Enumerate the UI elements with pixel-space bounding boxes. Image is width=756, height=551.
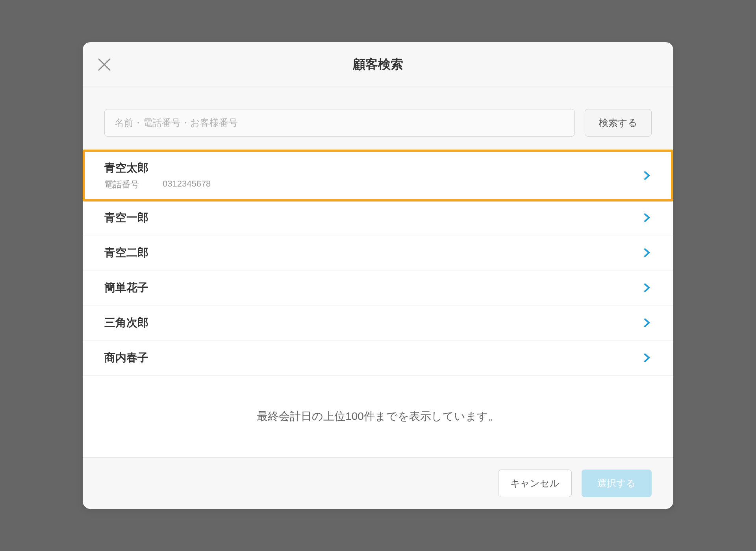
customer-name: 簡単花子: [104, 280, 148, 295]
chevron-right-icon: [642, 318, 652, 327]
customer-name: 三角次郎: [104, 315, 148, 330]
cancel-button[interactable]: キャンセル: [498, 470, 572, 497]
chevron-right-icon: [642, 248, 652, 257]
modal-title: 顧客検索: [353, 56, 403, 73]
close-icon[interactable]: [96, 57, 112, 72]
search-button[interactable]: 検索する: [585, 109, 652, 137]
customer-result-item[interactable]: 青空一郎: [83, 200, 673, 235]
info-message: 最終会計日の上位100件までを表示しています。: [83, 375, 673, 458]
phone-label: 電話番号: [104, 179, 139, 190]
result-content: 簡単花子: [104, 280, 148, 295]
modal-header: 顧客検索: [83, 42, 673, 87]
result-content: 商内春子: [104, 350, 148, 365]
modal-footer: キャンセル 選択する: [83, 458, 673, 509]
customer-result-item[interactable]: 簡単花子: [83, 270, 673, 305]
phone-value: 0312345678: [163, 179, 211, 190]
result-content: 青空太郎 電話番号 0312345678: [104, 161, 211, 190]
customer-result-item[interactable]: 青空太郎 電話番号 0312345678: [83, 150, 673, 202]
customer-result-item[interactable]: 三角次郎: [83, 305, 673, 340]
customer-detail: 電話番号 0312345678: [104, 179, 211, 190]
customer-name: 商内春子: [104, 350, 148, 365]
result-content: 三角次郎: [104, 315, 148, 330]
customer-result-item[interactable]: 商内春子: [83, 340, 673, 375]
customer-result-item[interactable]: 青空二郎: [83, 235, 673, 270]
customer-name: 青空一郎: [104, 210, 148, 225]
results-list: 青空太郎 電話番号 0312345678 青空一郎: [83, 150, 673, 458]
chevron-right-icon: [642, 283, 652, 292]
chevron-right-icon: [642, 213, 652, 222]
select-button[interactable]: 選択する: [582, 470, 652, 497]
search-section: 検索する: [83, 87, 673, 137]
result-content: 青空二郎: [104, 245, 148, 260]
result-content: 青空一郎: [104, 210, 148, 225]
customer-search-modal: 顧客検索 検索する 青空太郎 電話番号 0312345678 青空一郎: [83, 42, 673, 509]
customer-name: 青空太郎: [104, 161, 211, 176]
customer-name: 青空二郎: [104, 245, 148, 260]
chevron-right-icon: [642, 171, 652, 180]
chevron-right-icon: [642, 353, 652, 362]
search-input[interactable]: [104, 109, 575, 137]
